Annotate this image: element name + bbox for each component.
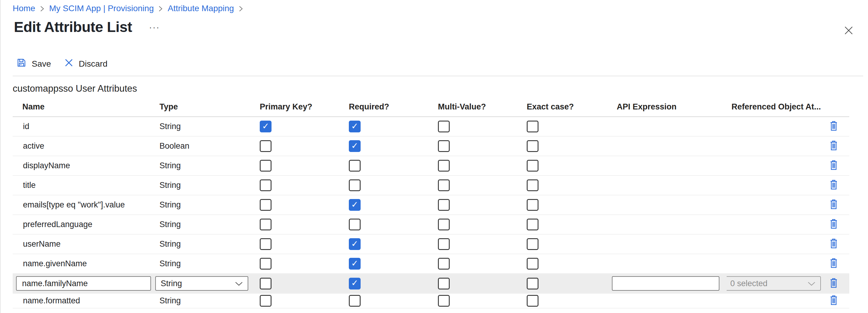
primary-key-checkbox[interactable]: ✓ [260,219,272,231]
referenced-object-select[interactable]: 0 selected [727,276,821,291]
required-checkbox[interactable]: ✓ [349,160,361,172]
table-row: active Boolean ✓ ✓ ✓ ✓ [13,137,849,156]
primary-key-checkbox[interactable]: ✓ [260,258,272,270]
breadcrumb-link-home[interactable]: Home [13,4,35,13]
exact-case-checkbox[interactable]: ✓ [527,199,538,211]
check-icon: ✓ [351,201,358,209]
breadcrumb-link-attribute-mapping[interactable]: Attribute Mapping [167,4,234,13]
check-icon: ✓ [351,259,358,268]
multi-value-checkbox[interactable]: ✓ [438,120,450,132]
required-checkbox[interactable]: ✓ [349,238,361,250]
primary-key-checkbox[interactable]: ✓ [260,120,272,132]
required-checkbox[interactable]: ✓ [349,120,361,132]
close-icon [843,25,854,36]
column-header-required: Required? [344,102,433,112]
multi-value-checkbox[interactable]: ✓ [438,199,450,211]
chevron-right-icon [239,5,243,12]
trash-icon [829,278,838,289]
breadcrumb-link-provisioning[interactable]: My SCIM App | Provisioning [49,4,154,13]
primary-key-checkbox[interactable]: ✓ [260,140,272,152]
table-row: displayName String ✓ ✓ ✓ ✓ [13,156,849,176]
delete-attribute-button[interactable] [829,295,838,306]
title-row: Edit Attribute List ··· [14,19,161,35]
delete-attribute-button[interactable] [829,239,838,250]
multi-value-checkbox[interactable]: ✓ [438,140,450,152]
delete-attribute-button[interactable] [829,258,838,269]
delete-attribute-button[interactable] [829,180,838,191]
attribute-type-select[interactable]: String [155,276,248,291]
primary-key-checkbox[interactable]: ✓ [260,160,272,172]
required-checkbox[interactable]: ✓ [349,258,361,270]
required-checkbox[interactable]: ✓ [349,278,361,289]
exact-case-checkbox[interactable]: ✓ [527,160,538,172]
section-heading: customappsso User Attributes [13,83,137,94]
check-icon: ✓ [351,142,358,150]
primary-key-checkbox[interactable]: ✓ [260,179,272,191]
column-header-referenced-object: Referenced Object At... [727,102,821,112]
trash-icon [829,239,838,250]
save-button[interactable]: Save [17,58,51,70]
type-select-value: String [161,279,182,288]
discard-icon [64,58,73,69]
required-checkbox[interactable]: ✓ [349,219,361,231]
primary-key-checkbox[interactable]: ✓ [260,199,272,211]
delete-attribute-button[interactable] [829,141,838,152]
required-checkbox[interactable]: ✓ [349,140,361,152]
delete-attribute-button[interactable] [829,160,838,171]
attribute-name-cell: userName [13,239,155,249]
exact-case-checkbox[interactable]: ✓ [527,295,538,307]
exact-case-checkbox[interactable]: ✓ [527,278,538,289]
multi-value-checkbox[interactable]: ✓ [438,238,450,250]
multi-value-checkbox[interactable]: ✓ [438,179,450,191]
required-checkbox[interactable]: ✓ [349,295,361,307]
column-header-primary-key: Primary Key? [255,102,344,112]
exact-case-checkbox[interactable]: ✓ [527,179,538,191]
attribute-name-cell: name.givenName [13,259,155,268]
attribute-type-cell: String [155,122,255,131]
required-checkbox[interactable]: ✓ [349,179,361,191]
trash-icon [829,295,838,306]
attribute-name-cell: name.formatted [13,296,155,306]
required-checkbox[interactable]: ✓ [349,199,361,211]
table-body: id String ✓ ✓ ✓ ✓ active Boolean ✓ ✓ ✓ ✓… [13,117,849,309]
delete-attribute-button[interactable] [829,219,838,230]
api-expression-input[interactable] [612,276,719,291]
multi-value-checkbox[interactable]: ✓ [438,219,450,231]
attribute-name-cell: title [13,181,155,190]
attribute-type-cell: String [155,296,255,306]
column-header-type: Type [155,102,255,112]
multi-value-checkbox[interactable]: ✓ [438,258,450,270]
attributes-table: Name Type Primary Key? Required? Multi-V… [13,97,849,309]
close-button[interactable] [843,25,855,37]
trash-icon [829,141,838,152]
delete-attribute-button[interactable] [829,121,838,132]
breadcrumb: Home My SCIM App | Provisioning Attribut… [13,4,248,13]
attribute-type-cell: String [155,161,255,170]
exact-case-checkbox[interactable]: ✓ [527,238,538,250]
delete-attribute-button[interactable] [829,199,838,210]
chevron-down-icon [235,279,243,288]
more-options-button[interactable]: ··· [148,23,161,32]
exact-case-checkbox[interactable]: ✓ [527,140,538,152]
multi-value-checkbox[interactable]: ✓ [438,295,450,307]
check-icon: ✓ [351,240,358,248]
attribute-type-cell: String [155,239,255,249]
multi-value-checkbox[interactable]: ✓ [438,160,450,172]
exact-case-checkbox[interactable]: ✓ [527,219,538,231]
table-row: preferredLanguage String ✓ ✓ ✓ ✓ [13,215,849,235]
delete-attribute-button[interactable] [829,278,838,289]
trash-icon [829,219,838,230]
primary-key-checkbox[interactable]: ✓ [260,238,272,250]
multi-value-checkbox[interactable]: ✓ [438,278,450,289]
trash-icon [829,160,838,171]
table-row: name.givenName String ✓ ✓ ✓ ✓ [13,254,849,274]
attribute-type-cell: String [155,259,255,268]
discard-button[interactable]: Discard [64,58,107,69]
primary-key-checkbox[interactable]: ✓ [260,295,272,307]
table-header-row: Name Type Primary Key? Required? Multi-V… [13,97,849,117]
primary-key-checkbox[interactable]: ✓ [260,278,272,289]
exact-case-checkbox[interactable]: ✓ [527,258,538,270]
discard-label: Discard [79,59,107,69]
exact-case-checkbox[interactable]: ✓ [527,120,538,132]
attribute-name-input[interactable] [16,276,151,291]
